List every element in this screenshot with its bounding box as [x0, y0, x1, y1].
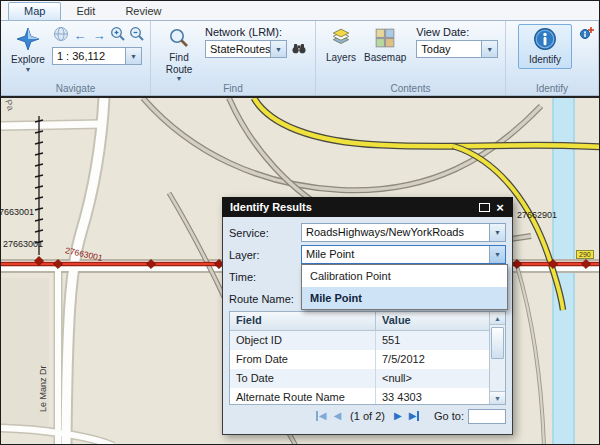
view-date-combobox[interactable]: Today ▼: [416, 40, 498, 58]
find-route-button[interactable]: Find Route ▼: [157, 24, 201, 85]
chevron-down-icon: ▼: [275, 46, 282, 53]
chevron-down-icon: ▼: [494, 251, 501, 258]
back-arrow-icon: ←: [73, 28, 86, 43]
scroll-up-button[interactable]: ▲: [490, 312, 505, 325]
previous-result-button[interactable]: ◀: [333, 411, 341, 421]
tab-edit[interactable]: Edit: [61, 3, 110, 20]
layer-value: Mile Point: [302, 246, 489, 263]
scale-dropdown-button[interactable]: ▼: [125, 48, 141, 64]
search-network-button[interactable]: [289, 40, 309, 58]
globe-icon: [53, 26, 69, 45]
layer-dropdown-button[interactable]: ▼: [489, 246, 505, 263]
network-combobox[interactable]: StateRoutes ▼: [205, 40, 287, 58]
forward-arrow-icon: →: [92, 28, 105, 43]
chevron-down-icon: ▼: [494, 229, 501, 236]
route-id-label: 27663001: [1, 207, 34, 217]
scrollbar-thumb[interactable]: [491, 327, 504, 359]
ribbon-tabbar: Map Edit Review: [1, 1, 599, 21]
close-icon: ×: [496, 201, 504, 214]
group-label-navigate: Navigate: [1, 83, 150, 94]
find-route-label: Find Route: [161, 52, 197, 75]
table-row[interactable]: To Date <null>: [230, 369, 489, 388]
find-route-magnifier-icon: [168, 27, 190, 51]
chevron-down-icon: ▼: [130, 53, 137, 60]
value-cell: 33 4303: [376, 388, 489, 404]
table-row[interactable]: From Date 7/5/2012: [230, 350, 489, 369]
minimize-button[interactable]: [476, 200, 492, 214]
identify-route-tool-button[interactable]: [579, 25, 595, 45]
explore-label: Explore: [11, 54, 45, 66]
next-extent-button[interactable]: →: [90, 26, 108, 44]
scroll-up-icon: ▲: [494, 315, 501, 322]
find-route-dropdown-icon: ▼: [176, 75, 183, 82]
identify-button[interactable]: Identify: [518, 24, 572, 69]
identify-info-icon: [533, 27, 557, 53]
full-extent-button[interactable]: [52, 26, 70, 44]
goto-input[interactable]: [468, 409, 506, 424]
map-scale-value: 1 : 36,112: [53, 48, 125, 64]
route-id-label: 27662901: [517, 210, 557, 220]
scroll-down-button[interactable]: ▼: [490, 391, 505, 404]
layer-combobox[interactable]: Mile Point ▼: [301, 245, 506, 264]
table-header-value: Value: [376, 312, 489, 330]
next-result-button[interactable]: ▶: [394, 411, 402, 421]
scroll-down-icon: ▼: [494, 395, 501, 402]
route-name-label: Route Name:: [229, 293, 301, 305]
field-cell: To Date: [230, 369, 376, 388]
map-canvas[interactable]: 27663001 27663001 27663001 27662901 Le M…: [1, 96, 599, 444]
network-value: StateRoutes: [206, 41, 270, 57]
close-button[interactable]: ×: [492, 200, 508, 214]
service-dropdown-button[interactable]: ▼: [489, 224, 505, 241]
table-header-field: Field: [230, 312, 376, 330]
last-result-button[interactable]: ▶: [409, 411, 420, 421]
layers-button[interactable]: Layers: [322, 24, 360, 67]
value-cell: 7/5/2012: [376, 350, 489, 369]
pager-status: (1 of 2): [350, 410, 385, 422]
table-row[interactable]: Object ID 551: [230, 331, 489, 350]
table-scrollbar[interactable]: ▲ ▼: [489, 312, 505, 404]
field-cell: Object ID: [230, 331, 376, 350]
ribbon: Explore ▼ ← → 1: [1, 21, 599, 96]
identify-results-dialog: Identify Results × Service: RoadsHighway…: [222, 197, 513, 435]
field-cell: Alternate Route Name: [230, 388, 376, 404]
group-identify: Identify Identify: [506, 21, 599, 95]
view-date-value: Today: [417, 41, 481, 57]
previous-extent-button[interactable]: ←: [71, 26, 89, 44]
binoculars-icon: [291, 40, 307, 59]
network-dropdown-button[interactable]: ▼: [270, 41, 286, 57]
group-label-contents: Contents: [316, 83, 505, 94]
field-cell: From Date: [230, 350, 376, 369]
tab-map[interactable]: Map: [8, 2, 61, 20]
layer-dropdown-list: Calibration Point Mile Point: [301, 264, 508, 310]
group-label-find: Find: [151, 83, 315, 94]
group-contents: Layers Basemap View Date: Today ▼ Conten…: [316, 21, 506, 95]
dropdown-option-calibration-point[interactable]: Calibration Point: [302, 265, 507, 287]
table-row[interactable]: Alternate Route Name 33 4303: [230, 388, 489, 404]
identify-label: Identify: [529, 54, 561, 66]
explore-dropdown-icon: ▼: [24, 66, 31, 73]
service-combobox[interactable]: RoadsHighways/NewYorkRoads ▼: [301, 223, 506, 242]
explore-button[interactable]: Explore ▼: [7, 24, 49, 76]
route-id-label: 27663001: [3, 239, 43, 249]
network-lrm-label: Network (LRM):: [205, 26, 309, 38]
basemap-button[interactable]: Basemap: [360, 24, 410, 67]
first-result-button[interactable]: ◀: [316, 411, 327, 421]
zoom-in-button[interactable]: [109, 26, 127, 44]
highway-shield-label: 290: [576, 250, 594, 259]
goto-label: Go to:: [434, 410, 464, 422]
zoom-in-icon: [110, 26, 126, 45]
zoom-out-button[interactable]: [128, 26, 146, 44]
application-window: Map Edit Review Explore ▼ ← →: [0, 0, 600, 445]
basemap-label: Basemap: [364, 52, 406, 64]
dialog-titlebar[interactable]: Identify Results ×: [222, 197, 513, 217]
map-scale-combobox[interactable]: 1 : 36,112 ▼: [52, 47, 142, 65]
dialog-body: Service: RoadsHighways/NewYorkRoads ▼ La…: [222, 217, 513, 435]
tab-review[interactable]: Review: [110, 3, 176, 20]
street-name-label: Le Manz Dr: [38, 365, 48, 412]
view-date-dropdown-button[interactable]: ▼: [481, 41, 497, 57]
group-navigate: Explore ▼ ← → 1: [1, 21, 151, 95]
time-label: Time:: [229, 271, 301, 283]
dropdown-option-mile-point[interactable]: Mile Point: [302, 287, 507, 309]
layers-icon: [330, 27, 352, 51]
view-date-label: View Date:: [416, 26, 498, 38]
